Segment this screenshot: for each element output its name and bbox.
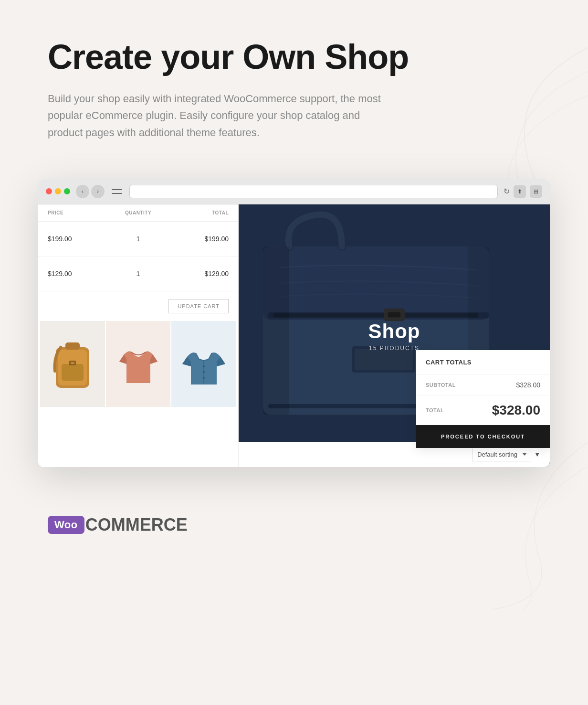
browser-mockup: ‹ › ↻ ⬆ ⊞ PRICE QUANTITY TOTAL bbox=[38, 179, 550, 467]
sidebar-icon[interactable] bbox=[110, 186, 124, 197]
subtotal-row: SUBTOTAL $328.00 bbox=[416, 374, 550, 396]
svg-rect-18 bbox=[355, 349, 413, 370]
item1-price: $199.00 bbox=[48, 235, 108, 243]
product-thumb-backpack[interactable] bbox=[40, 321, 105, 407]
item2-price: $129.00 bbox=[48, 270, 108, 278]
browser-dots bbox=[46, 188, 70, 194]
dot-red[interactable] bbox=[46, 188, 52, 194]
col-quantity: QUANTITY bbox=[108, 210, 168, 215]
product-thumb-jacket[interactable] bbox=[171, 321, 236, 407]
cart-item-1: $199.00 1 $199.00 bbox=[38, 222, 238, 256]
subtotal-label: SUBTOTAL bbox=[426, 382, 456, 388]
svg-rect-5 bbox=[71, 362, 74, 364]
svg-point-6 bbox=[203, 365, 205, 367]
jacket-svg bbox=[178, 333, 230, 395]
svg-point-8 bbox=[203, 377, 205, 379]
back-button[interactable]: ‹ bbox=[76, 185, 89, 198]
woo-badge: Woo bbox=[48, 516, 84, 534]
cart-header-row: PRICE QUANTITY TOTAL bbox=[38, 204, 238, 222]
total-row: TOTAL $328.00 bbox=[416, 396, 550, 425]
woocommerce-section: Woo COMMERCE bbox=[0, 496, 588, 554]
item1-qty: 1 bbox=[108, 235, 168, 243]
browser-actions: ↻ ⬆ ⊞ bbox=[504, 185, 542, 198]
product-thumb-tshirt[interactable] bbox=[106, 321, 171, 407]
proceed-to-checkout-button[interactable]: PROCEED TO CHECKOUT bbox=[416, 425, 550, 448]
woo-commerce-text: COMMERCE bbox=[85, 515, 188, 535]
svg-rect-3 bbox=[62, 364, 84, 381]
total-value: $328.00 bbox=[492, 403, 540, 418]
cart-actions: UPDATE CART bbox=[38, 291, 238, 321]
item2-qty: 1 bbox=[108, 270, 168, 278]
cart-totals-panel: CART TOTALS SUBTOTAL $328.00 TOTAL $328.… bbox=[416, 350, 550, 448]
shop-title-area: Shop 15 PRODUCTS bbox=[368, 320, 420, 352]
cart-item-2: $129.00 1 $129.00 bbox=[38, 256, 238, 291]
sorting-select[interactable]: Default sorting bbox=[472, 448, 531, 461]
svg-point-7 bbox=[203, 371, 205, 373]
product-thumbnails bbox=[38, 321, 238, 407]
tshirt-svg bbox=[112, 333, 165, 395]
browser-window: ‹ › ↻ ⬆ ⊞ PRICE QUANTITY TOTAL bbox=[38, 179, 550, 467]
forward-button[interactable]: › bbox=[91, 185, 105, 198]
header-section: Create your Own Shop Build your shop eas… bbox=[0, 0, 588, 160]
reload-icon[interactable]: ↻ bbox=[504, 187, 510, 196]
total-label: TOTAL bbox=[426, 407, 444, 413]
cart-panel: PRICE QUANTITY TOTAL $199.00 1 $199.00 $… bbox=[38, 204, 239, 467]
backpack-svg bbox=[46, 333, 99, 395]
subtotal-value: $328.00 bbox=[516, 381, 540, 389]
col-total: TOTAL bbox=[168, 210, 229, 215]
item2-total: $129.00 bbox=[168, 270, 229, 278]
svg-rect-11 bbox=[263, 246, 489, 320]
item1-total: $199.00 bbox=[168, 235, 229, 243]
update-cart-button[interactable]: UPDATE CART bbox=[168, 299, 229, 313]
shop-subtitle: 15 PRODUCTS bbox=[368, 345, 420, 352]
browser-nav: ‹ › bbox=[76, 185, 105, 198]
svg-rect-19 bbox=[263, 246, 289, 415]
share-icon[interactable]: ⬆ bbox=[514, 185, 526, 198]
dot-green[interactable] bbox=[64, 188, 70, 194]
page-title: Create your Own Shop bbox=[48, 38, 540, 76]
browser-chrome: ‹ › ↻ ⬆ ⊞ bbox=[38, 179, 550, 204]
col-price: PRICE bbox=[48, 210, 108, 215]
svg-rect-15 bbox=[388, 312, 400, 317]
shop-hero: Shop 15 PRODUCTS Default sorting ▼ CART … bbox=[239, 204, 550, 467]
new-window-icon[interactable]: ⊞ bbox=[530, 185, 542, 198]
dot-yellow[interactable] bbox=[55, 188, 61, 194]
page-description: Build your shop easily with integrated W… bbox=[48, 90, 382, 141]
svg-rect-13 bbox=[273, 313, 478, 317]
browser-content: PRICE QUANTITY TOTAL $199.00 1 $199.00 $… bbox=[38, 204, 550, 467]
cart-totals-title: CART TOTALS bbox=[426, 359, 472, 366]
shop-title: Shop bbox=[368, 320, 420, 343]
address-bar[interactable] bbox=[129, 185, 498, 198]
cart-totals-header: CART TOTALS bbox=[416, 350, 550, 374]
svg-rect-2 bbox=[65, 342, 80, 350]
woocommerce-logo: Woo COMMERCE bbox=[48, 515, 188, 535]
